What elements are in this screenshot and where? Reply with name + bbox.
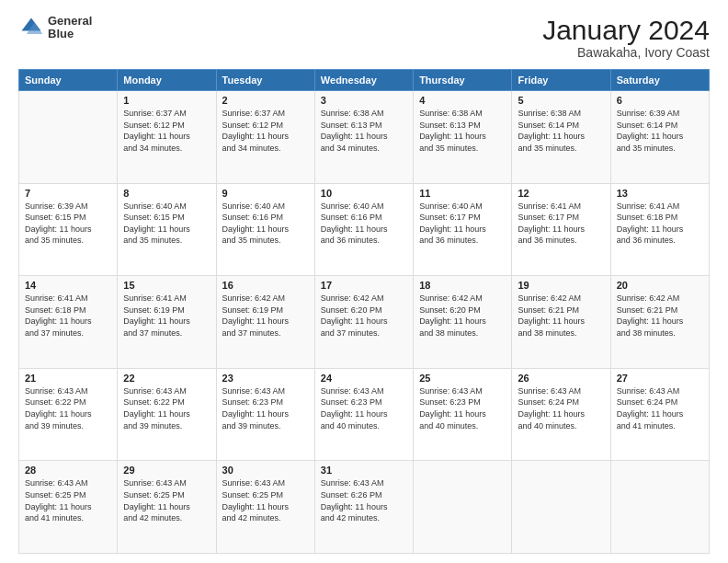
- calendar-body: 1Sunrise: 6:37 AM Sunset: 6:12 PM Daylig…: [19, 91, 710, 554]
- day-number: 17: [321, 280, 407, 291]
- day-header-monday: Monday: [118, 70, 216, 91]
- calendar-cell: 7Sunrise: 6:39 AM Sunset: 6:15 PM Daylig…: [19, 183, 118, 276]
- day-content: Sunrise: 6:42 AM Sunset: 6:19 PM Dayligh…: [222, 293, 309, 339]
- calendar-cell: 17Sunrise: 6:42 AM Sunset: 6:20 PM Dayli…: [314, 276, 413, 369]
- day-number: 24: [321, 373, 407, 384]
- day-content: Sunrise: 6:41 AM Sunset: 6:18 PM Dayligh…: [25, 293, 111, 339]
- page: General Blue January 2024 Bawakaha, Ivor…: [0, 0, 728, 563]
- day-number: 28: [25, 465, 111, 476]
- day-number: 11: [419, 188, 506, 199]
- day-content: Sunrise: 6:43 AM Sunset: 6:24 PM Dayligh…: [617, 385, 703, 431]
- calendar-cell: 28Sunrise: 6:43 AM Sunset: 6:25 PM Dayli…: [19, 461, 118, 554]
- day-number: 30: [222, 465, 309, 476]
- day-content: Sunrise: 6:41 AM Sunset: 6:18 PM Dayligh…: [617, 201, 703, 247]
- logo: General Blue: [18, 15, 92, 41]
- day-number: 16: [222, 280, 309, 291]
- day-number: 15: [123, 280, 210, 291]
- day-content: Sunrise: 6:43 AM Sunset: 6:24 PM Dayligh…: [518, 385, 604, 431]
- day-number: 21: [25, 373, 111, 384]
- day-content: Sunrise: 6:41 AM Sunset: 6:17 PM Dayligh…: [518, 201, 604, 247]
- day-content: Sunrise: 6:42 AM Sunset: 6:21 PM Dayligh…: [518, 293, 604, 339]
- day-content: Sunrise: 6:43 AM Sunset: 6:25 PM Dayligh…: [222, 477, 309, 523]
- calendar-cell: 31Sunrise: 6:43 AM Sunset: 6:26 PM Dayli…: [314, 461, 413, 554]
- calendar-cell: 26Sunrise: 6:43 AM Sunset: 6:24 PM Dayli…: [512, 368, 610, 461]
- calendar-cell: 15Sunrise: 6:41 AM Sunset: 6:19 PM Dayli…: [118, 276, 216, 369]
- day-number: 26: [518, 373, 604, 384]
- day-number: 2: [222, 95, 309, 106]
- calendar-cell: 12Sunrise: 6:41 AM Sunset: 6:17 PM Dayli…: [512, 183, 610, 276]
- day-number: 1: [123, 95, 210, 106]
- day-content: Sunrise: 6:38 AM Sunset: 6:14 PM Dayligh…: [518, 108, 604, 154]
- day-content: Sunrise: 6:40 AM Sunset: 6:16 PM Dayligh…: [222, 201, 309, 247]
- calendar-cell: 27Sunrise: 6:43 AM Sunset: 6:24 PM Dayli…: [610, 368, 709, 461]
- calendar-table: SundayMondayTuesdayWednesdayThursdayFrid…: [18, 69, 710, 554]
- week-row-2: 7Sunrise: 6:39 AM Sunset: 6:15 PM Daylig…: [19, 183, 710, 276]
- calendar-subtitle: Bawakaha, Ivory Coast: [542, 45, 710, 60]
- day-content: Sunrise: 6:43 AM Sunset: 6:22 PM Dayligh…: [123, 385, 210, 431]
- header: General Blue January 2024 Bawakaha, Ivor…: [18, 15, 710, 60]
- calendar-cell: 5Sunrise: 6:38 AM Sunset: 6:14 PM Daylig…: [512, 91, 610, 184]
- calendar-cell: 16Sunrise: 6:42 AM Sunset: 6:19 PM Dayli…: [216, 276, 314, 369]
- calendar-cell: 21Sunrise: 6:43 AM Sunset: 6:22 PM Dayli…: [19, 368, 118, 461]
- calendar-cell: 25Sunrise: 6:43 AM Sunset: 6:23 PM Dayli…: [414, 368, 512, 461]
- day-content: Sunrise: 6:43 AM Sunset: 6:22 PM Dayligh…: [25, 385, 111, 431]
- day-number: 22: [123, 373, 210, 384]
- day-content: Sunrise: 6:43 AM Sunset: 6:26 PM Dayligh…: [321, 477, 407, 523]
- day-content: Sunrise: 6:37 AM Sunset: 6:12 PM Dayligh…: [123, 108, 210, 154]
- calendar-cell: [414, 461, 512, 554]
- day-number: 4: [419, 95, 506, 106]
- day-header-friday: Friday: [512, 70, 610, 91]
- day-content: Sunrise: 6:39 AM Sunset: 6:15 PM Dayligh…: [25, 201, 111, 247]
- week-row-5: 28Sunrise: 6:43 AM Sunset: 6:25 PM Dayli…: [19, 461, 710, 554]
- calendar-cell: [512, 461, 610, 554]
- day-number: 9: [222, 188, 309, 199]
- day-header-sunday: Sunday: [19, 70, 118, 91]
- day-number: 19: [518, 280, 604, 291]
- calendar-cell: 22Sunrise: 6:43 AM Sunset: 6:22 PM Dayli…: [118, 368, 216, 461]
- days-header-row: SundayMondayTuesdayWednesdayThursdayFrid…: [19, 70, 710, 91]
- day-content: Sunrise: 6:37 AM Sunset: 6:12 PM Dayligh…: [222, 108, 309, 154]
- day-header-saturday: Saturday: [610, 70, 709, 91]
- day-number: 7: [25, 188, 111, 199]
- week-row-3: 14Sunrise: 6:41 AM Sunset: 6:18 PM Dayli…: [19, 276, 710, 369]
- day-content: Sunrise: 6:43 AM Sunset: 6:23 PM Dayligh…: [419, 385, 506, 431]
- calendar-cell: 10Sunrise: 6:40 AM Sunset: 6:16 PM Dayli…: [314, 183, 413, 276]
- calendar-cell: 23Sunrise: 6:43 AM Sunset: 6:23 PM Dayli…: [216, 368, 314, 461]
- calendar-cell: 30Sunrise: 6:43 AM Sunset: 6:25 PM Dayli…: [216, 461, 314, 554]
- logo-line2: Blue: [48, 28, 92, 40]
- day-number: 6: [617, 95, 703, 106]
- calendar-cell: 8Sunrise: 6:40 AM Sunset: 6:15 PM Daylig…: [118, 183, 216, 276]
- day-number: 25: [419, 373, 506, 384]
- day-number: 13: [617, 188, 703, 199]
- calendar-cell: 3Sunrise: 6:38 AM Sunset: 6:13 PM Daylig…: [314, 91, 413, 184]
- day-content: Sunrise: 6:39 AM Sunset: 6:14 PM Dayligh…: [617, 108, 703, 154]
- calendar-cell: 19Sunrise: 6:42 AM Sunset: 6:21 PM Dayli…: [512, 276, 610, 369]
- week-row-1: 1Sunrise: 6:37 AM Sunset: 6:12 PM Daylig…: [19, 91, 710, 184]
- day-content: Sunrise: 6:38 AM Sunset: 6:13 PM Dayligh…: [419, 108, 506, 154]
- day-content: Sunrise: 6:43 AM Sunset: 6:23 PM Dayligh…: [321, 385, 407, 431]
- calendar-cell: [19, 91, 118, 184]
- calendar-cell: 9Sunrise: 6:40 AM Sunset: 6:16 PM Daylig…: [216, 183, 314, 276]
- day-number: 18: [419, 280, 506, 291]
- logo-text: General Blue: [48, 15, 92, 41]
- calendar-cell: 11Sunrise: 6:40 AM Sunset: 6:17 PM Dayli…: [414, 183, 512, 276]
- calendar-cell: 13Sunrise: 6:41 AM Sunset: 6:18 PM Dayli…: [610, 183, 709, 276]
- day-number: 20: [617, 280, 703, 291]
- day-header-wednesday: Wednesday: [314, 70, 413, 91]
- day-content: Sunrise: 6:40 AM Sunset: 6:15 PM Dayligh…: [123, 201, 210, 247]
- calendar-cell: 1Sunrise: 6:37 AM Sunset: 6:12 PM Daylig…: [118, 91, 216, 184]
- calendar-header: SundayMondayTuesdayWednesdayThursdayFrid…: [19, 70, 710, 91]
- logo-line1: General: [48, 15, 92, 28]
- day-number: 3: [321, 95, 407, 106]
- day-content: Sunrise: 6:43 AM Sunset: 6:23 PM Dayligh…: [222, 385, 309, 431]
- calendar-cell: 20Sunrise: 6:42 AM Sunset: 6:21 PM Dayli…: [610, 276, 709, 369]
- day-number: 14: [25, 280, 111, 291]
- calendar-cell: 14Sunrise: 6:41 AM Sunset: 6:18 PM Dayli…: [19, 276, 118, 369]
- calendar-title: January 2024: [542, 15, 710, 45]
- day-content: Sunrise: 6:42 AM Sunset: 6:20 PM Dayligh…: [321, 293, 407, 339]
- logo-icon: [18, 15, 44, 40]
- day-content: Sunrise: 6:40 AM Sunset: 6:16 PM Dayligh…: [321, 201, 407, 247]
- day-content: Sunrise: 6:42 AM Sunset: 6:21 PM Dayligh…: [617, 293, 703, 339]
- day-number: 5: [518, 95, 604, 106]
- day-content: Sunrise: 6:38 AM Sunset: 6:13 PM Dayligh…: [321, 108, 407, 154]
